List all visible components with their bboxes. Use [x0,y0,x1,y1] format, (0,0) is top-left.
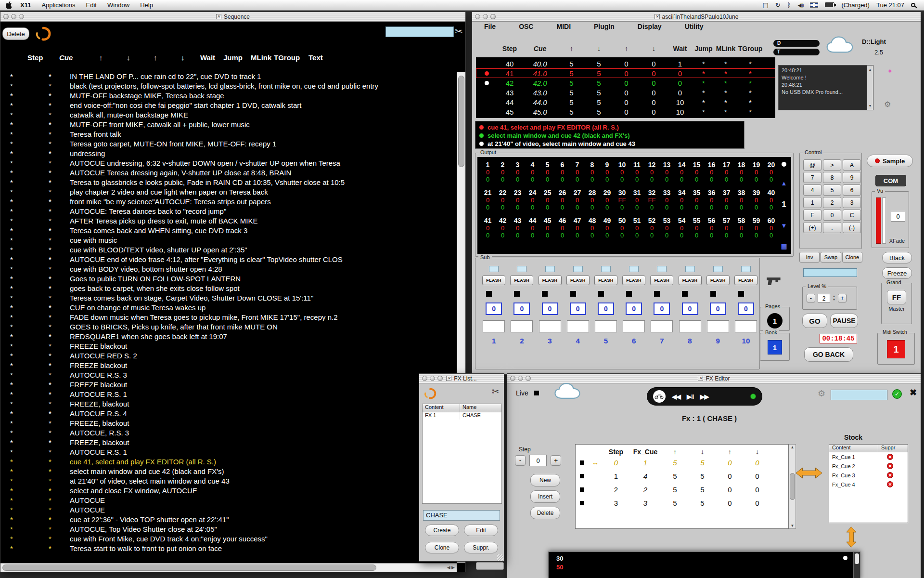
scissors-icon[interactable]: ✂ [455,26,463,37]
sub-square[interactable] [598,291,604,297]
sequence-row[interactable]: **cue with music [0,236,457,245]
cuelist-column-2[interactable]: ↑ [558,45,585,53]
sequence-row[interactable]: **front mike "be my science"AUTOCUE: Ter… [0,197,457,207]
fx-list-row[interactable]: FX 1CHASE [423,412,501,420]
window-minimize-button[interactable] [430,376,435,381]
output-channel-35[interactable]: 3500 [689,189,704,211]
output-channel-45[interactable]: 4500 [540,217,555,239]
output-channel-47[interactable]: 4700 [570,217,585,239]
fx-step-row[interactable]: ↔015500 [576,456,788,469]
sub-indicator-field[interactable] [573,266,583,272]
sequence-row[interactable]: **FREEZE blackout [0,380,457,390]
sub-field[interactable] [679,320,701,332]
column-step[interactable]: Step [27,53,43,62]
menu-display[interactable]: Display [632,23,667,30]
display-icon[interactable]: ▤ [762,1,768,9]
output-page-up-icon[interactable]: ▲ [781,180,787,187]
step-minus-button[interactable]: - [515,455,526,466]
fx-step-row[interactable]: 225500 [576,483,788,496]
control-key-2[interactable]: 2 [823,197,841,208]
control-key-8[interactable]: 8 [823,172,841,183]
output-channel-44[interactable]: 4400 [525,217,540,239]
column-jump[interactable]: Jump [223,53,243,62]
volume-icon[interactable]: ◀))) [797,3,803,8]
fx-column-3[interactable]: ↓ [689,448,716,456]
sequence-row[interactable]: **MUTE-OFF backstage MIKE, Teresa back s… [0,91,457,101]
flash-button[interactable]: FLASH [539,276,562,285]
window-minimize-button[interactable] [11,14,16,19]
sequence-row[interactable]: **AUTOCUE R.S. 4 [0,409,457,419]
window-zoom-button[interactable] [19,14,24,19]
control-op-clone[interactable]: Clone [842,252,862,263]
stock-item[interactable]: Fx_Cue 3✕ [829,471,908,480]
control-op-swap[interactable]: Swap [821,252,841,263]
output-channel-9[interactable]: 900 [600,161,615,183]
control-key-4[interactable]: 4 [803,184,821,196]
output-channel-3[interactable]: 300 [510,161,525,183]
output-channel-34[interactable]: 3400 [674,189,689,211]
sequence-row[interactable]: **AFTER Teresa picks up dress to exit, m… [0,216,457,226]
play-pause-button[interactable]: ▶‖ [687,393,693,400]
xfade-value-field[interactable]: 0 [891,211,905,222]
column-mlink[interactable]: MLink [251,53,271,62]
output-grid-icon[interactable]: ▦ [781,242,787,250]
column-name[interactable]: Name [460,404,501,412]
sequence-row[interactable]: **undressing [0,149,457,158]
sub-square[interactable] [710,291,716,297]
sub-indicator-field[interactable] [601,266,611,272]
menubar-item-x11[interactable]: X11 [15,1,36,9]
pause-button[interactable]: PAUSE [830,314,858,328]
output-channel-37[interactable]: 3700 [719,189,734,211]
fx-column-2[interactable]: ↑ [661,448,689,456]
sequence-row[interactable]: **Goes to public TURN ON FOLLOW-SPOT LAN… [0,274,457,284]
rewind-button[interactable]: ◀◀ [672,393,680,400]
com-button[interactable]: COM [875,175,906,186]
flash-button[interactable]: FLASH [679,276,702,285]
fx-column-4[interactable]: ↑ [716,448,744,456]
menu-midi[interactable]: MIDI [551,23,576,30]
sub-level-field[interactable]: 0 [513,302,530,315]
output-channel-40[interactable]: 4000 [764,189,779,211]
flash-button[interactable]: FLASH [734,276,757,285]
sequence-row[interactable]: **AUTOCUE end of video frase 4:12, after… [0,255,457,264]
sequence-titlebar[interactable]: ✕ Sequence [0,12,465,22]
output-channel-59[interactable]: 5900 [749,217,764,239]
cuelist-row[interactable]: 4444.0550010*** [476,97,775,107]
control-op-inv[interactable]: Inv [799,252,820,263]
sequence-row[interactable]: **AUTOCUE Teresa dressing again, V-shutt… [0,168,457,178]
sub-level-field[interactable]: 0 [542,302,558,315]
sub-field[interactable] [707,320,729,332]
sequence-row[interactable]: **Teresa comes back on stage, Carpet Vid… [0,293,457,303]
output-channel-24[interactable]: 2400 [525,189,540,211]
cuelist-column-4[interactable]: ↑ [613,45,640,53]
output-channel-25[interactable]: 2500 [540,189,555,211]
sub-square[interactable] [682,291,688,297]
sequence-row[interactable]: **cue with BODY video, bottom shutter op… [0,264,457,274]
output-channel-7[interactable]: 700 [570,161,585,183]
record-indicator-icon[interactable] [750,394,756,399]
control-key-C[interactable]: C [843,210,861,221]
sub-level-field[interactable]: 0 [738,302,754,315]
sequence-row[interactable]: **select main window and cue 42 (black a… [0,467,457,476]
control-key-A[interactable]: A [843,159,861,171]
forward-button[interactable]: ▶▶ [700,393,708,400]
output-channel-49[interactable]: 4900 [600,217,615,239]
scissors-icon[interactable]: ✂ [492,386,499,397]
sparkle-icon[interactable]: ✦ [887,67,893,76]
sequence-row[interactable]: **AUTOCUE [0,496,457,505]
sequence-row[interactable]: **Teresa to glassbricks e looks public, … [0,178,457,187]
sync-icon[interactable]: ↻ [775,1,781,9]
output-page-down-icon[interactable]: ▼ [781,222,787,229]
sequence-row[interactable]: **cue at 22':36" - Video TOP shutter ope… [0,515,457,525]
sequence-row[interactable]: **MUTE-OFF front MIKE, catwalk all + pub… [0,120,457,130]
output-channel-14[interactable]: 1400 [674,161,689,183]
sub-square[interactable] [626,291,632,297]
stock-item[interactable]: Fx_Cue 4✕ [829,480,908,489]
fx-table-scrollbar[interactable]: ▲▼ [789,444,796,529]
sub-field[interactable] [735,320,757,332]
sequence-row[interactable]: **FADE down music when Teresa goes to pi… [0,313,457,322]
stock-item[interactable]: Fx_Cue 1✕ [829,452,908,461]
column-content[interactable]: Content [423,404,460,412]
output-channel-54[interactable]: 5400 [674,217,689,239]
sub-field[interactable] [651,320,673,332]
